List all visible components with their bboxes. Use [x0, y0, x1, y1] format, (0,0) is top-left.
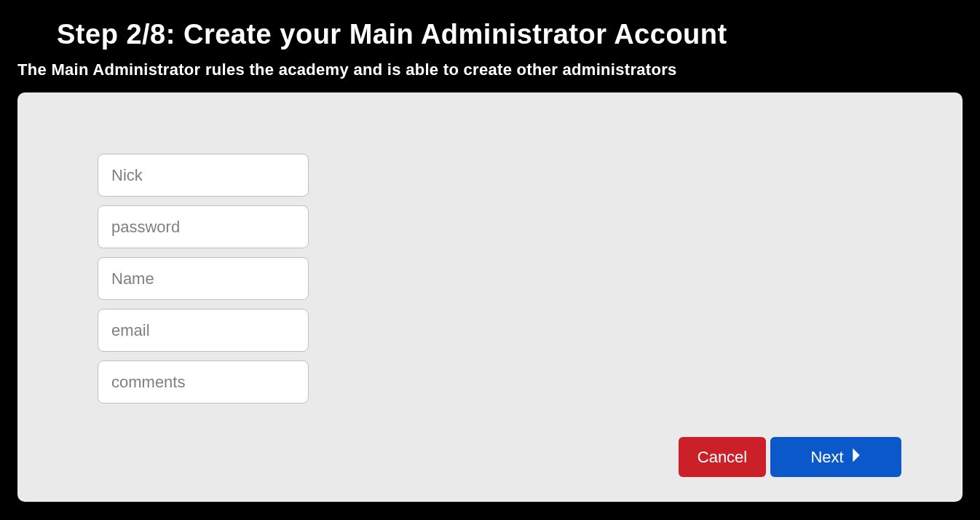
name-input[interactable]: [98, 257, 309, 300]
next-button-label: Next: [810, 448, 843, 467]
form-group: [98, 154, 309, 403]
password-input[interactable]: [98, 205, 309, 248]
nick-input[interactable]: [98, 154, 309, 197]
cancel-button[interactable]: Cancel: [679, 437, 766, 477]
next-button[interactable]: Next: [770, 437, 901, 477]
page-title: Step 2/8: Create your Main Administrator…: [57, 19, 963, 50]
email-input[interactable]: [98, 309, 309, 352]
form-card: Cancel Next: [17, 92, 963, 502]
page-subtitle: The Main Administrator rules the academy…: [17, 60, 963, 79]
chevron-right-icon: [851, 447, 861, 468]
comments-input[interactable]: [98, 361, 309, 403]
button-row: Cancel Next: [679, 437, 901, 477]
